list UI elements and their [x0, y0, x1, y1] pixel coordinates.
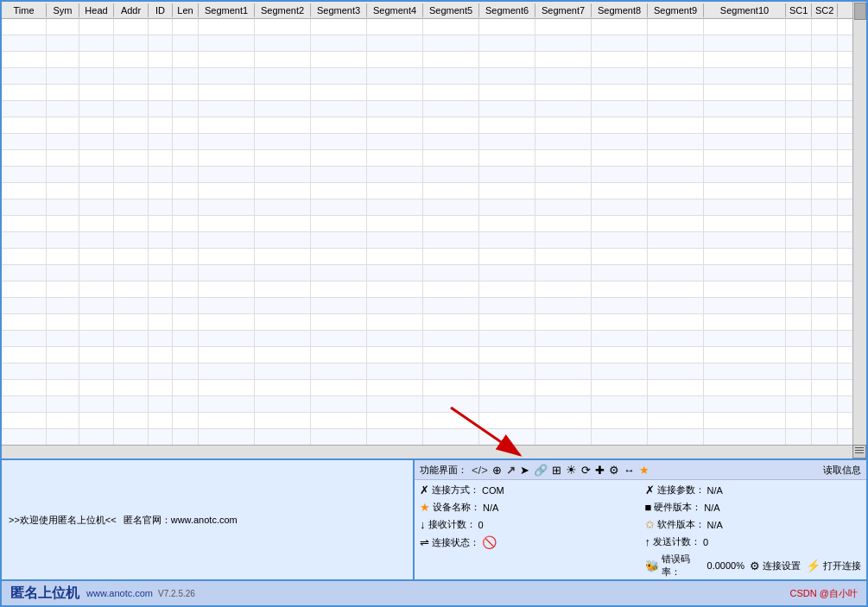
grid-icon[interactable]: ⊞: [552, 464, 561, 477]
table-cell: [535, 232, 592, 248]
table-cell: [311, 331, 367, 346]
table-cell: [173, 52, 199, 67]
table-cell: [786, 249, 812, 264]
table-cell: [79, 298, 114, 313]
table-cell: [648, 85, 704, 100]
table-cell: [479, 232, 535, 248]
connect-settings-button[interactable]: 连接设置: [763, 560, 801, 572]
col-segment10: Segment10: [704, 3, 786, 17]
table-cell: [535, 52, 592, 67]
table-cell: [479, 150, 535, 166]
tools-button[interactable]: [852, 445, 866, 458]
col-len: Len: [173, 3, 199, 17]
table-cell: [786, 52, 812, 67]
func-label: 功能界面：: [420, 464, 467, 477]
software-ver-line: ✩ 软件版本： N/A: [645, 518, 862, 531]
vertical-scrollbar[interactable]: [852, 2, 866, 445]
expand-icon[interactable]: ↔: [624, 464, 635, 477]
table-cell: [704, 380, 786, 395]
table-cell: [79, 35, 114, 51]
connect-state-icon: ⇌: [420, 536, 429, 549]
chart-icon[interactable]: ↗: [506, 464, 516, 477]
link-icon[interactable]: 🔗: [534, 464, 548, 477]
table-cell: [173, 232, 199, 248]
table-cell: [423, 380, 479, 395]
table-cell: [704, 298, 786, 313]
table-cell: [311, 183, 367, 199]
device-name-label: 设备名称：: [433, 501, 480, 514]
table-cell: [786, 216, 812, 231]
open-connect-button[interactable]: 打开连接: [823, 560, 861, 572]
rotate-icon[interactable]: ⟳: [581, 464, 591, 477]
device-name-line: ★ 设备名称： N/A: [420, 501, 637, 514]
table-cell: [149, 117, 173, 133]
table-cell: [199, 19, 255, 35]
col-segment9: Segment9: [648, 3, 704, 17]
table-row: [2, 117, 866, 134]
table-cell: [149, 216, 173, 231]
table-cell: [479, 199, 535, 215]
table-cell: [423, 216, 479, 231]
scrollbar-thumb[interactable]: [854, 3, 866, 20]
horizontal-scrollbar[interactable]: [2, 445, 852, 458]
settings-icon[interactable]: ⚙: [609, 464, 619, 477]
table-cell: [786, 281, 812, 297]
table-cell: [704, 19, 786, 35]
recv-icon: ↓: [420, 518, 426, 531]
table-cell: [367, 68, 423, 84]
connect-method-label: 连接方式：: [432, 484, 479, 496]
table-cell: [479, 298, 535, 313]
col-sc1: SC1: [786, 3, 812, 17]
send-icon[interactable]: ➤: [520, 464, 529, 477]
table-cell: [311, 380, 367, 395]
table-cell: [255, 134, 311, 149]
table-cell: [786, 134, 812, 149]
table-cell: [535, 347, 592, 363]
software-ver-value: N/A: [707, 520, 723, 530]
brand-url: www.anotc.com: [86, 588, 153, 598]
code-icon[interactable]: </>: [472, 464, 488, 477]
connect-state-line: ⇌ 连接状态： 🚫: [420, 535, 637, 549]
table-cell: [173, 216, 199, 231]
table-row: [2, 429, 866, 446]
table-cell: [114, 281, 149, 297]
error-icon: 🐝: [645, 560, 659, 572]
move-icon[interactable]: ✚: [595, 464, 605, 477]
table-cell: [173, 68, 199, 84]
table-cell: [479, 101, 535, 117]
table-row: [2, 249, 866, 265]
table-cell: [255, 150, 311, 166]
table-cell: [704, 101, 786, 117]
table-cell: [79, 68, 114, 84]
table-cell: [479, 52, 535, 67]
table-cell: [786, 314, 812, 330]
table-body: [2, 19, 866, 458]
table-cell: [255, 216, 311, 231]
error-rate-label: 错误码率：: [662, 553, 705, 579]
table-cell: [311, 68, 367, 84]
table-cell: [2, 199, 47, 215]
network-icon[interactable]: ⊕: [492, 464, 502, 477]
table-cell: [592, 380, 648, 395]
col-segment8: Segment8: [592, 3, 648, 17]
col-addr: Addr: [114, 3, 149, 17]
table-cell: [311, 232, 367, 248]
table-cell: [149, 281, 173, 297]
read-info-button[interactable]: 读取信息: [823, 464, 861, 477]
table-cell: [423, 281, 479, 297]
table-cell: [812, 19, 838, 35]
star-icon[interactable]: ★: [639, 464, 649, 477]
table-cell: [47, 249, 79, 264]
sun-icon[interactable]: ☀: [566, 463, 577, 477]
read-info-section: 读取信息: [823, 464, 861, 477]
col-id: ID: [149, 3, 173, 17]
table-cell: [479, 35, 535, 51]
table-cell: [311, 150, 367, 166]
table-cell: [173, 199, 199, 215]
table-row: [2, 134, 866, 150]
table-cell: [47, 216, 79, 231]
table-cell: [114, 167, 149, 182]
table-cell: [592, 52, 648, 67]
table-cell: [648, 347, 704, 363]
table-cell: [149, 364, 173, 379]
